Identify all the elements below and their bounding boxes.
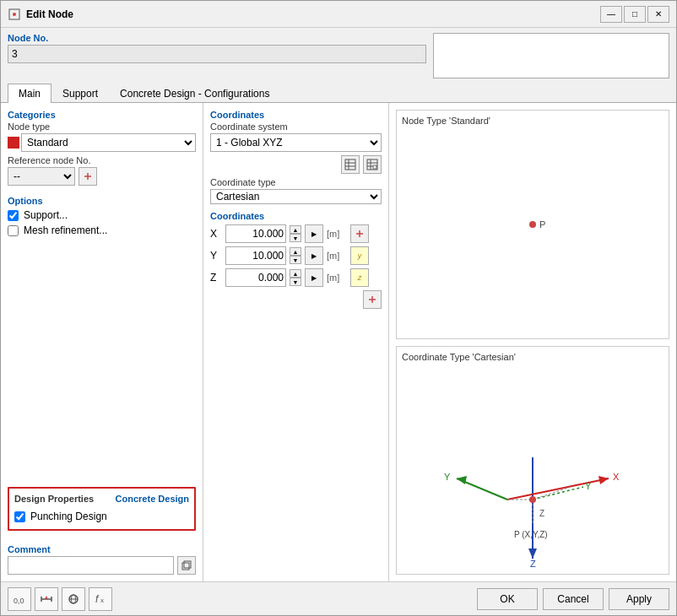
node-type-color: [8, 137, 19, 149]
footer-buttons: OK Cancel Apply: [477, 588, 669, 610]
coordinates-icon: 0,0: [13, 592, 26, 606]
cancel-button[interactable]: Cancel: [543, 588, 604, 610]
support-label: Support...: [24, 209, 68, 221]
footer-toolbar: 0,0 f x: [1, 581, 676, 615]
measure-icon: [40, 592, 53, 606]
svg-marker-26: [457, 476, 467, 484]
reference-node-row: Reference node No. --: [8, 155, 196, 186]
left-panel: Categories Node type Standard Reference …: [1, 103, 203, 581]
coord-y-row: Y ▲ ▼ ▶ [m] y: [210, 246, 382, 265]
coord-z-spinners: ▲ ▼: [290, 269, 301, 286]
coord-z-arrow[interactable]: ▶: [305, 268, 323, 287]
z-icon: z: [358, 273, 362, 282]
coord-system-select[interactable]: 1 - Global XYZ: [210, 133, 382, 152]
coord-z-row: Z ▲ ▼ ▶ [m] z: [210, 268, 382, 287]
mesh-refinement-checkbox-row[interactable]: Mesh refinement...: [8, 223, 196, 238]
reference-node-select[interactable]: --: [8, 167, 75, 186]
footer-icons: 0,0 f x: [8, 587, 472, 611]
coords-sublabel: Coordinates: [210, 211, 382, 221]
middle-panel: Coordinates Coordinate system 1 - Global…: [203, 103, 389, 581]
support-checkbox-row[interactable]: Support...: [8, 208, 196, 223]
node-no-box: Node No.: [8, 33, 426, 78]
svg-rect-4: [182, 563, 189, 570]
coord-icon-btn-1[interactable]: [341, 155, 360, 174]
x-pick-icon: [355, 229, 365, 239]
coord-z-down[interactable]: ▼: [290, 278, 301, 286]
options-title: Options: [8, 196, 196, 206]
axes-diagram: Z X Y Y Z: [440, 432, 626, 567]
svg-text:Y: Y: [444, 472, 451, 482]
edit-icon: [366, 159, 378, 170]
coord-x-down[interactable]: ▼: [290, 234, 301, 242]
coord-x-pick[interactable]: [350, 224, 369, 243]
table-icon: [344, 159, 356, 170]
svg-text:f: f: [95, 593, 100, 605]
restore-button[interactable]: □: [624, 6, 646, 23]
svg-marker-40: [45, 596, 48, 599]
tab-support[interactable]: Support: [51, 84, 109, 103]
tab-main[interactable]: Main: [8, 84, 51, 103]
coord-y-down[interactable]: ▼: [290, 256, 301, 264]
coord-type-select[interactable]: Cartesian: [210, 189, 382, 204]
dp-title: Design Properties: [14, 494, 94, 504]
node-no-input[interactable]: [8, 45, 426, 63]
coord-y-arrow[interactable]: ▶: [305, 246, 323, 265]
footer-icon-btn-2[interactable]: [35, 587, 58, 611]
ok-button[interactable]: OK: [477, 588, 538, 610]
reference-node-pick-button[interactable]: [79, 167, 97, 186]
minimize-button[interactable]: —: [600, 6, 622, 23]
tab-concrete-design[interactable]: Concrete Design - Configurations: [109, 84, 280, 103]
extra-icon: [367, 294, 377, 305]
coord-x-arrow[interactable]: ▶: [305, 224, 323, 243]
svg-rect-6: [345, 159, 355, 170]
apply-button[interactable]: Apply: [609, 588, 669, 610]
coord-z-up[interactable]: ▲: [290, 269, 301, 278]
svg-rect-5: [184, 561, 191, 568]
dp-header: Design Properties Concrete Design: [14, 494, 189, 504]
dp-subtitle: Concrete Design: [116, 494, 189, 504]
func-icon: f x: [94, 592, 107, 606]
comment-copy-button[interactable]: [177, 556, 196, 575]
node-no-section: Node No.: [1, 28, 676, 84]
reference-node-input-row: --: [8, 167, 196, 186]
close-button[interactable]: ✕: [647, 6, 669, 23]
coord-system-label: Coordinate system: [210, 122, 382, 132]
punching-design-row[interactable]: Punching Design: [14, 509, 189, 524]
bottom-icon-row: [210, 290, 382, 309]
node-type-row: Node type Standard: [8, 122, 196, 152]
punching-design-checkbox[interactable]: [14, 511, 25, 522]
comment-input[interactable]: [8, 556, 174, 575]
coord-x-spinners: ▲ ▼: [290, 225, 301, 242]
coord-z-input[interactable]: [225, 268, 286, 287]
globe-icon: [67, 592, 80, 606]
footer-icon-btn-3[interactable]: [62, 587, 85, 611]
coord-extra-btn[interactable]: [363, 290, 382, 309]
svg-text:Z: Z: [530, 559, 536, 567]
coord-x-unit: [m]: [327, 229, 347, 239]
svg-point-34: [529, 496, 536, 503]
comment-row: [8, 556, 196, 575]
coord-z-unit: [m]: [327, 273, 347, 283]
coord-type-preview: Coordinate Type 'Cartesian' Z X Y: [396, 346, 669, 575]
svg-marker-23: [598, 476, 609, 484]
support-checkbox[interactable]: [8, 210, 19, 221]
coord-y-pick[interactable]: y: [350, 246, 369, 265]
coord-icon-btn-2[interactable]: [363, 155, 382, 174]
coord-type-preview-label: Coordinate Type 'Cartesian': [402, 352, 516, 362]
coord-x-up[interactable]: ▲: [290, 225, 301, 234]
svg-point-1: [13, 13, 16, 16]
tabs: Main Support Concrete Design - Configura…: [1, 84, 676, 103]
coord-y-spinners: ▲ ▼: [290, 247, 301, 264]
footer-icon-btn-1[interactable]: 0,0: [8, 587, 31, 611]
coord-y-input[interactable]: [225, 246, 286, 265]
categories-section: Categories Node type Standard Reference …: [8, 110, 196, 189]
coord-x-input[interactable]: [225, 224, 286, 243]
mesh-refinement-checkbox[interactable]: [8, 225, 19, 236]
node-type-preview: Node Type 'Standard' P: [396, 110, 669, 339]
footer-icon-btn-4[interactable]: f x: [89, 587, 112, 611]
coord-y-up[interactable]: ▲: [290, 247, 301, 256]
coord-z-pick[interactable]: z: [350, 268, 369, 287]
coord-z-label: Z: [210, 272, 222, 284]
node-type-select[interactable]: Standard: [21, 133, 196, 152]
categories-title: Categories: [8, 110, 196, 120]
